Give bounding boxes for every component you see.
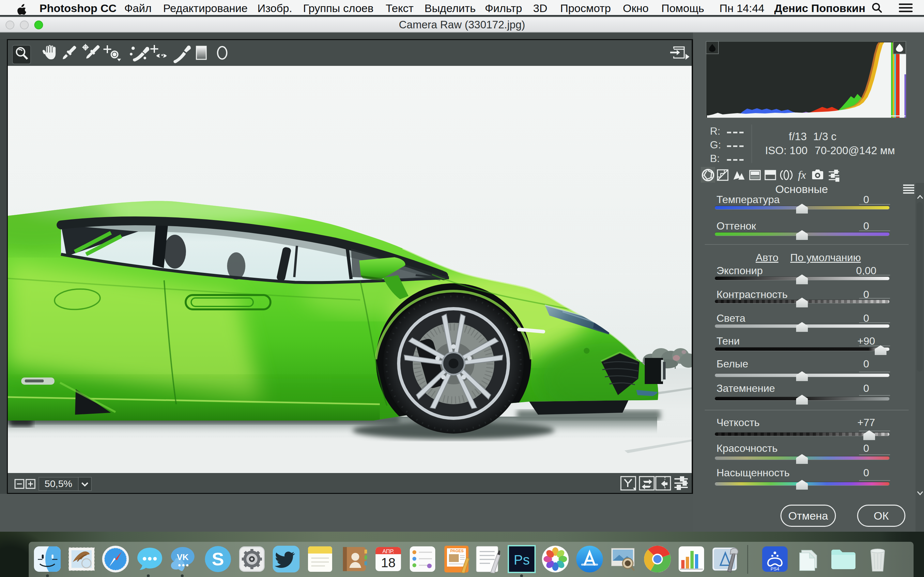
svg-text:АПР.: АПР.	[382, 548, 394, 554]
svg-text:50,5%: 50,5%	[44, 478, 72, 489]
svg-text:S: S	[212, 549, 224, 569]
svg-text:18: 18	[381, 556, 396, 570]
svg-text:PS4: PS4	[771, 566, 779, 571]
svg-text:fx: fx	[798, 169, 806, 181]
svg-text:Ps: Ps	[514, 552, 530, 567]
svg-text:PAGES: PAGES	[450, 549, 464, 553]
svg-text:VK: VK	[177, 552, 189, 562]
